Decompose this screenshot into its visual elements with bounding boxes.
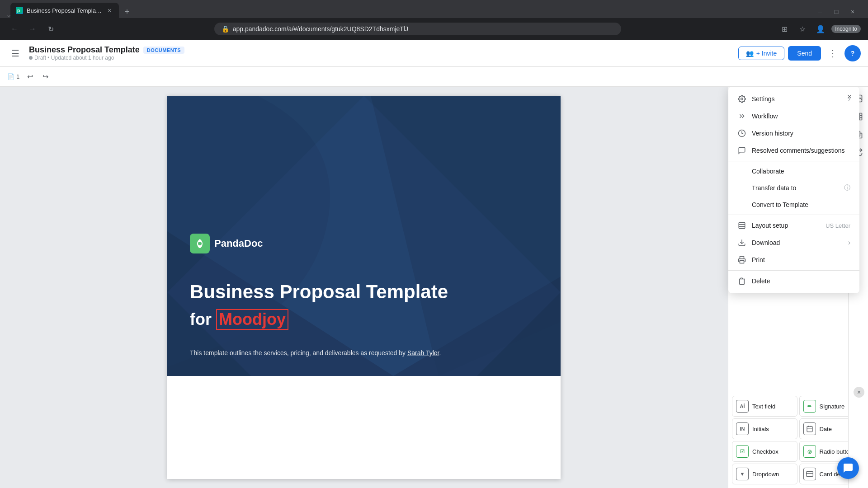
- signature-icon: ✏: [803, 400, 816, 413]
- menu-item-download[interactable]: Download ›: [728, 234, 859, 251]
- url-text: app.pandadoc.com/a/#/documents/gtuk2UQ8S…: [233, 25, 614, 33]
- contact-link[interactable]: Sarah Tyler: [407, 349, 439, 357]
- menu-item-print[interactable]: Print: [728, 251, 859, 268]
- pd-text: PandaDoc: [214, 238, 263, 249]
- doc-canvas[interactable]: PandaDoc Business Proposal Template for …: [0, 87, 728, 488]
- doc-hero: PandaDoc Business Proposal Template for …: [167, 96, 561, 376]
- doc-title-area: Business Proposal Template DOCUMENTS Dra…: [29, 45, 733, 61]
- checkbox-label: Checkbox: [752, 448, 778, 455]
- print-icon: [737, 256, 746, 264]
- menu-item-convert-template[interactable]: Convert to Template: [728, 197, 859, 213]
- invite-button[interactable]: 👥 + Invite: [738, 47, 785, 60]
- extensions-icon[interactable]: ⊞: [777, 22, 792, 36]
- doc-page: PandaDoc Business Proposal Template for …: [167, 96, 561, 479]
- dropdown-icon: ▼: [736, 468, 749, 480]
- send-button[interactable]: Send: [788, 46, 821, 61]
- browser-tab-bar: ⌵ p Business Proposal Template - P × + ─…: [0, 0, 868, 18]
- svg-rect-11: [740, 261, 744, 263]
- page-indicator: 📄 1: [7, 73, 19, 80]
- transfer-data-label: Transfer data to: [752, 184, 839, 192]
- download-label: Download: [752, 239, 843, 246]
- secondary-toolbar: 📄 1 ↩ ↪: [0, 67, 868, 87]
- more-options-button[interactable]: ⋮: [825, 45, 841, 61]
- tab-list-button[interactable]: ⌵: [7, 12, 10, 18]
- lock-icon: 🔒: [222, 25, 229, 33]
- svg-rect-7: [739, 222, 745, 229]
- header-actions: 👥 + Invite Send ⋮ ?: [738, 45, 861, 61]
- pd-icon: [190, 234, 210, 253]
- address-bar[interactable]: 🔒 app.pandadoc.com/a/#/documents/gtuk2UQ…: [214, 23, 621, 35]
- menu-item-settings[interactable]: Settings ›: [728, 90, 859, 108]
- address-bar-right: ⊞ ☆ 👤 Incognito: [777, 22, 861, 36]
- doc-title: Business Proposal Template: [29, 45, 140, 55]
- version-history-label: Version history: [752, 130, 850, 137]
- version-history-icon: [737, 129, 746, 137]
- layout-setup-shortcut: US Letter: [826, 222, 850, 229]
- menu-item-collaborate[interactable]: Collaborate: [728, 163, 859, 179]
- svg-text:p: p: [17, 8, 20, 13]
- checkbox-icon: ☑: [736, 445, 749, 458]
- field-item-initials[interactable]: IN Initials: [732, 418, 797, 439]
- field-item-dropdown[interactable]: ▼ Dropdown: [732, 464, 797, 484]
- text-field-icon: Aİ: [736, 400, 749, 413]
- forward-button[interactable]: →: [25, 22, 40, 36]
- radio-buttons-icon: ◎: [803, 445, 816, 458]
- doc-title-row: Business Proposal Template DOCUMENTS: [29, 45, 733, 55]
- delete-icon: [737, 277, 746, 285]
- tab-close-button[interactable]: ×: [105, 6, 113, 14]
- menu-item-workflow[interactable]: Workflow: [728, 108, 859, 125]
- workflow-label: Workflow: [752, 113, 850, 120]
- menu-divider-1: [728, 161, 859, 161]
- undo-button[interactable]: ↩: [23, 70, 37, 84]
- menu-item-version-history[interactable]: Version history: [728, 125, 859, 142]
- svg-rect-16: [806, 472, 813, 477]
- undo-redo-group: ↩ ↪: [23, 70, 52, 84]
- page-doc-icon: 📄: [7, 73, 14, 80]
- subtitle-prefix: for: [190, 310, 216, 328]
- download-arrow: ›: [848, 239, 850, 247]
- app-header: ☰ Business Proposal Template DOCUMENTS D…: [0, 40, 868, 67]
- svg-point-4: [198, 242, 202, 245]
- menu-item-transfer-data[interactable]: Transfer data to ⓘ: [728, 179, 859, 197]
- download-icon: [737, 239, 746, 247]
- invite-icon: 👥: [746, 50, 754, 57]
- doc-subtitle: for Moodjoy: [190, 309, 538, 330]
- app-container: ☰ Business Proposal Template DOCUMENTS D…: [0, 40, 868, 488]
- refresh-button[interactable]: ↻: [43, 22, 58, 36]
- close-panel-button[interactable]: ×: [843, 90, 856, 103]
- menu-item-layout-setup[interactable]: Layout setup US Letter: [728, 217, 859, 234]
- tab-favicon: p: [16, 7, 23, 14]
- maximize-button[interactable]: □: [830, 5, 843, 18]
- bookmark-icon[interactable]: ☆: [795, 22, 810, 36]
- workflow-icon: [737, 112, 746, 120]
- new-tab-button[interactable]: +: [121, 5, 133, 18]
- resolved-comments-label: Resolved comments/suggestions: [752, 147, 850, 154]
- chat-bubble[interactable]: [837, 457, 859, 479]
- browser-tab[interactable]: p Business Proposal Template - P ×: [10, 3, 119, 18]
- date-icon: [803, 422, 816, 435]
- signature-label: Signature: [820, 403, 845, 410]
- right-panel: × Settings › Workflow: [728, 87, 868, 488]
- field-item-checkbox[interactable]: ☑ Checkbox: [732, 441, 797, 462]
- profile-icon[interactable]: 👤: [813, 22, 828, 36]
- menu-item-delete[interactable]: Delete: [728, 272, 859, 290]
- menu-item-resolved-comments[interactable]: Resolved comments/suggestions: [728, 142, 859, 159]
- browser-address-bar: ← → ↻ 🔒 app.pandadoc.com/a/#/documents/g…: [0, 18, 868, 40]
- redo-button[interactable]: ↪: [38, 70, 52, 84]
- close-button[interactable]: ×: [846, 5, 859, 18]
- doc-status-text: Draft • Updated about 1 hour ago: [34, 55, 114, 61]
- minimize-button[interactable]: ─: [814, 5, 826, 18]
- back-button[interactable]: ←: [7, 22, 22, 36]
- incognito-badge: Incognito: [831, 25, 861, 33]
- menu-icon[interactable]: ☰: [7, 45, 24, 61]
- field-item-text-field[interactable]: Aİ Text field: [732, 396, 797, 417]
- doc-main-title: Business Proposal Template: [190, 281, 538, 303]
- text-field-label: Text field: [752, 403, 775, 410]
- help-button[interactable]: ?: [844, 45, 861, 61]
- tab-bar-left: ⌵: [4, 12, 10, 18]
- company-name: Moodjoy: [216, 309, 288, 330]
- field-panel-close[interactable]: ×: [854, 387, 864, 398]
- svg-rect-12: [807, 427, 812, 432]
- date-label: Date: [820, 426, 832, 432]
- doc-badge: DOCUMENTS: [143, 47, 184, 54]
